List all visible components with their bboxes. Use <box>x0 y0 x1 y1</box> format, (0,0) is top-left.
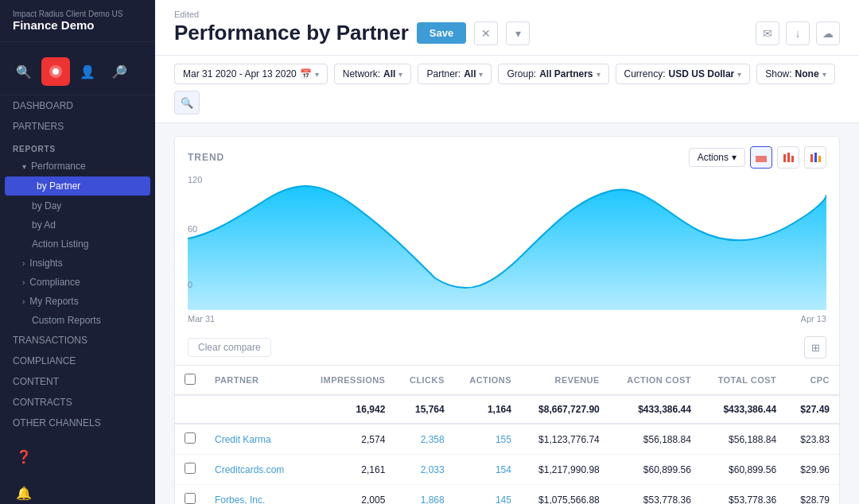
sidebar-custom-reports[interactable]: Custom Reports <box>0 311 155 330</box>
email-button[interactable]: ✉ <box>756 21 779 45</box>
group-filter[interactable]: Group: All Partners ▾ <box>498 64 608 84</box>
close-button[interactable]: ✕ <box>474 21 498 45</box>
chevron-right-icon: › <box>22 259 25 268</box>
row-clicks: 2,033 <box>395 455 453 485</box>
main-content: Edited Performance by Partner Save ✕ ▾ ✉… <box>155 0 859 504</box>
y-label-mid: 60 <box>188 224 197 234</box>
row-actions: 145 <box>454 485 521 505</box>
sidebar-item-content[interactable]: CONTENT <box>0 371 155 392</box>
total-impressions: 16,942 <box>303 395 395 424</box>
svg-rect-7 <box>814 153 817 162</box>
show-label: Show: <box>765 68 791 79</box>
group-label: Group: <box>507 68 536 79</box>
show-value: None <box>795 68 819 79</box>
sidebar-action-listing[interactable]: Action Listing <box>0 235 155 254</box>
bell-icon-btn[interactable]: 🔔 <box>10 479 38 504</box>
network-label: Network: <box>343 68 380 79</box>
currency-filter[interactable]: Currency: USD US Dollar ▾ <box>616 64 751 84</box>
logo-icon-btn[interactable] <box>41 57 70 86</box>
partner-link-2[interactable]: Forbes, Inc. <box>215 494 265 505</box>
network-filter[interactable]: Network: All ▾ <box>334 64 412 84</box>
sidebar-brand: Impact Radius Client Demo US Finance Dem… <box>0 0 155 42</box>
col-header-partner: PARTNER <box>205 366 303 395</box>
help-icon-btn[interactable]: ❓ <box>10 442 38 471</box>
svg-rect-3 <box>783 154 786 162</box>
sidebar-item-other-channels[interactable]: OTHER CHANNELS <box>0 413 155 433</box>
table-row: Creditcards.com 2,161 2,033 154 $1,217,9… <box>175 455 839 485</box>
date-range-filter[interactable]: Mar 31 2020 - Apr 13 2020 📅 ▾ <box>174 64 328 84</box>
row-total-cost: $56,188.84 <box>701 424 786 455</box>
search-filter-button[interactable]: 🔍 <box>174 91 200 114</box>
sidebar-by-partner[interactable]: by Partner <box>5 176 150 196</box>
sidebar-item-transactions[interactable]: TRANSACTIONS <box>0 330 155 351</box>
row-revenue: $1,217,990.98 <box>521 455 609 485</box>
chart-type-multi-button[interactable] <box>804 146 826 169</box>
email-icon: ✉ <box>763 27 772 40</box>
row-clicks: 2,358 <box>395 424 453 455</box>
clear-compare-button[interactable]: Clear compare <box>188 338 271 357</box>
row-checkbox-2[interactable] <box>185 493 196 504</box>
row-action-cost: $60,899.56 <box>609 455 701 485</box>
total-revenue: $8,667,727.90 <box>521 395 609 424</box>
sidebar-my-reports-group[interactable]: › My Reports <box>0 292 155 311</box>
trend-card: TREND Actions ▾ <box>174 136 840 504</box>
partner-link-0[interactable]: Credit Karma <box>215 434 271 445</box>
sidebar-by-ad[interactable]: by Ad <box>0 215 155 235</box>
row-checkbox-0[interactable] <box>185 432 196 444</box>
actions-button[interactable]: Actions ▾ <box>689 148 745 167</box>
header-right-icons: ✉ ↓ ☁ <box>756 21 840 45</box>
sidebar-by-day[interactable]: by Day <box>0 196 155 215</box>
totals-row: 16,942 15,764 1,164 $8,667,727.90 $433,3… <box>175 395 839 424</box>
table-settings-button[interactable]: ⊞ <box>804 336 826 359</box>
table-settings-icon: ⊞ <box>811 342 820 354</box>
row-checkbox-1[interactable] <box>185 463 196 474</box>
sidebar-performance-group[interactable]: ▾ Performance <box>0 157 155 176</box>
chevron-down-icon: ▾ <box>597 70 601 79</box>
partner-link-1[interactable]: Creditcards.com <box>215 464 284 475</box>
row-cpc: $28.79 <box>786 485 839 505</box>
dropdown-button[interactable]: ▾ <box>506 21 530 45</box>
sidebar-insights-group[interactable]: › Insights <box>0 254 155 273</box>
select-all-checkbox[interactable] <box>185 374 196 385</box>
sidebar-item-compliance[interactable]: COMPLIANCE <box>0 351 155 371</box>
search2-icon-btn[interactable]: 🔎 <box>105 57 134 86</box>
reports-section-title: REPORTS <box>0 137 155 157</box>
show-filter[interactable]: Show: None ▾ <box>756 64 834 84</box>
save-button[interactable]: Save <box>417 22 466 44</box>
row-actions: 155 <box>454 424 521 455</box>
col-header-actions: ACTIONS <box>454 366 521 395</box>
svg-point-1 <box>52 68 59 75</box>
area-chart-icon <box>756 151 767 165</box>
trend-actions: Actions ▾ <box>689 146 826 169</box>
sidebar-item-partners[interactable]: PARTNERS <box>0 116 155 137</box>
col-header-clicks: CLICKS <box>395 366 453 395</box>
chart-type-area-button[interactable] <box>750 146 772 169</box>
total-actions: 1,164 <box>454 395 521 424</box>
sidebar-item-dashboard[interactable]: DASHBOARD <box>0 95 155 116</box>
row-cpc: $23.83 <box>786 424 839 455</box>
table-row: Credit Karma 2,574 2,358 155 $1,123,776.… <box>175 424 839 455</box>
table-row: Forbes, Inc. 2,005 1,868 145 $1,075,566.… <box>175 485 839 505</box>
partner-filter[interactable]: Partner: All ▾ <box>418 64 492 84</box>
sidebar-item-label: DASHBOARD <box>13 100 73 111</box>
row-action-cost: $53,778.36 <box>609 485 701 505</box>
data-table-wrap: PARTNER IMPRESSIONS CLICKS ACTIONS REVEN… <box>175 366 839 504</box>
sidebar-compliance-group[interactable]: › Compliance <box>0 273 155 292</box>
search-icon-btn[interactable]: 🔍 <box>10 57 38 86</box>
row-cpc: $29.96 <box>786 455 839 485</box>
partner-label: Partner: <box>426 68 461 79</box>
row-revenue: $1,123,776.74 <box>521 424 609 455</box>
date-range-label: Mar 31 2020 - Apr 13 2020 <box>183 68 297 79</box>
row-action-cost: $56,188.84 <box>609 424 701 455</box>
trend-card-header: TREND Actions ▾ <box>175 137 839 169</box>
chart-type-bar-button[interactable] <box>777 146 799 169</box>
cloud-button[interactable]: ☁ <box>816 21 840 45</box>
person-icon-btn[interactable]: 👤 <box>73 57 102 86</box>
data-table: PARTNER IMPRESSIONS CLICKS ACTIONS REVEN… <box>175 366 839 504</box>
download-button[interactable]: ↓ <box>786 21 810 45</box>
sidebar-item-contracts[interactable]: CONTRACTS <box>0 392 155 413</box>
col-header-impressions: IMPRESSIONS <box>303 366 395 395</box>
brand-name: Finance Demo <box>13 18 142 32</box>
network-value: All <box>383 68 395 79</box>
col-header-revenue: REVENUE <box>521 366 609 395</box>
